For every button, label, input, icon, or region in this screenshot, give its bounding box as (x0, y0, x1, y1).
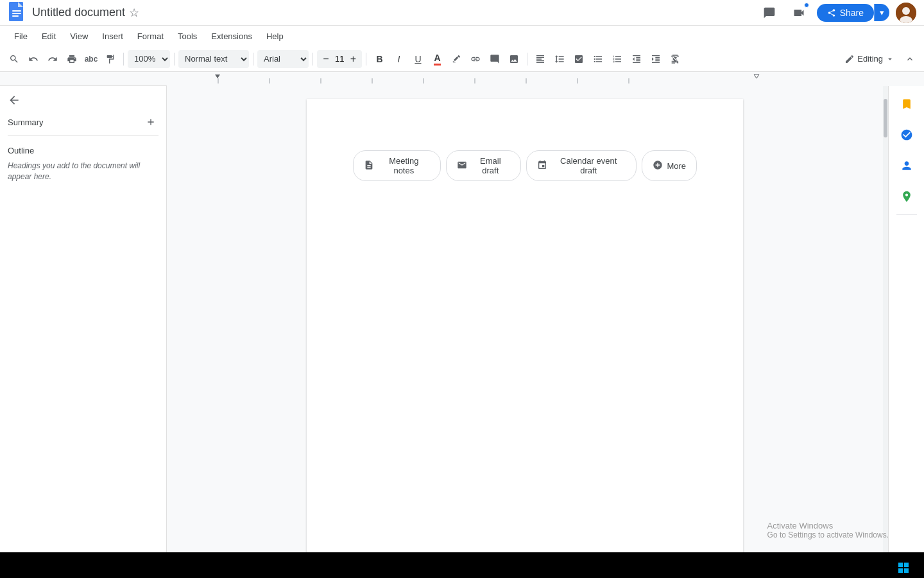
calendar-event-label: Calendar event draft (551, 156, 626, 175)
document-title[interactable]: Untitled document (32, 6, 125, 19)
ruler (0, 72, 924, 86)
font-size-decrease[interactable]: − (320, 50, 332, 68)
svg-rect-21 (904, 563, 909, 567)
italic-button[interactable]: I (389, 50, 407, 68)
comment-button[interactable] (486, 50, 504, 68)
windows-logo-icon (898, 563, 909, 573)
toolbar-sep-2 (174, 53, 175, 66)
meeting-notes-button[interactable]: Meeting notes (353, 150, 441, 181)
avatar[interactable] (896, 3, 916, 23)
title-bar: Untitled document ☆ Share ▾ (0, 0, 924, 26)
menu-bar: File Edit View Insert Format Tools Exten… (0, 26, 924, 46)
toolbar-sep-4 (312, 53, 313, 66)
calendar-event-button[interactable]: Calendar event draft (526, 150, 637, 181)
checklist-button[interactable] (570, 50, 588, 68)
increase-indent-button[interactable] (647, 50, 665, 68)
meeting-notes-label: Meeting notes (378, 156, 430, 175)
highlight-button[interactable] (447, 50, 465, 68)
right-panel: + (888, 86, 924, 578)
star-icon[interactable]: ☆ (129, 6, 139, 20)
font-size-value[interactable]: 11 (332, 54, 346, 64)
ai-suggestions: Meeting notes Email draft Calendar event… (353, 150, 697, 181)
align-button[interactable] (531, 50, 549, 68)
redo-button[interactable] (44, 50, 62, 68)
toolbar-sep-5 (366, 53, 366, 66)
email-draft-label: Email draft (471, 156, 510, 175)
toolbar: abc 100% 75% 125% Normal text Heading 1 … (0, 46, 924, 72)
menu-file[interactable]: File (8, 29, 34, 44)
menu-insert[interactable]: Insert (96, 29, 130, 44)
maps-icon-button[interactable] (894, 184, 920, 209)
ruler-inner (167, 72, 924, 86)
windows-activation: Activate Windows Go to Settings to activ… (767, 521, 889, 539)
summary-title: Summary (8, 118, 44, 127)
toolbar-sep-3 (253, 53, 253, 66)
collapse-toolbar-button[interactable] (901, 50, 919, 68)
svg-rect-23 (904, 568, 909, 573)
outline-hint: Headings you add to the document will ap… (8, 161, 158, 182)
menu-view[interactable]: View (64, 29, 94, 44)
paint-format-button[interactable] (101, 50, 119, 68)
undo-button[interactable] (24, 50, 42, 68)
numbered-list-button[interactable] (608, 50, 626, 68)
print-button[interactable] (63, 50, 81, 68)
tasks-icon-button[interactable] (894, 122, 920, 148)
email-draft-button[interactable]: Email draft (446, 150, 521, 181)
main-layout: Summary Outline Headings you add to the … (0, 86, 924, 578)
bold-button[interactable]: B (370, 50, 388, 68)
title-right-actions: Share ▾ (758, 1, 916, 24)
svg-rect-2 (12, 10, 21, 12)
calendar-event-icon (537, 160, 547, 172)
email-draft-icon (457, 160, 467, 172)
decrease-indent-button[interactable] (628, 50, 646, 68)
zoom-select[interactable]: 100% 75% 125% (128, 50, 170, 68)
right-panel-separator (896, 215, 917, 215)
bullet-list-button[interactable] (589, 50, 607, 68)
contacts-icon-button[interactable] (894, 153, 920, 179)
sidebar-back-button[interactable] (8, 94, 158, 107)
windows-activate-line1: Activate Windows (767, 521, 889, 530)
text-color-button[interactable]: A (428, 50, 446, 68)
document-page[interactable]: Meeting notes Email draft Calendar event… (307, 99, 743, 578)
spellcheck-button[interactable]: abc (82, 50, 100, 68)
font-size-increase[interactable]: + (346, 50, 359, 68)
search-button[interactable] (5, 50, 23, 68)
svg-rect-20 (898, 563, 903, 567)
document-area[interactable]: Meeting notes Email draft Calendar event… (167, 86, 883, 578)
menu-format[interactable]: Format (131, 29, 170, 44)
scrollbar-thumb[interactable] (884, 99, 887, 137)
font-size-control: − 11 + (317, 50, 362, 68)
editing-mode-label: Editing (857, 54, 883, 64)
link-button[interactable] (466, 50, 484, 68)
text-style-select[interactable]: Normal text Heading 1 Heading 2 (178, 50, 249, 68)
underline-button[interactable]: U (409, 50, 427, 68)
sidebar: Summary Outline Headings you add to the … (0, 86, 167, 578)
keep-icon-button[interactable] (894, 91, 920, 117)
editing-mode-button[interactable]: Editing (839, 53, 900, 66)
meeting-notes-icon (364, 160, 374, 172)
video-icon[interactable] (787, 1, 810, 24)
chat-icon[interactable] (758, 1, 781, 24)
clear-formatting-button[interactable] (666, 50, 684, 68)
doc-title-area: Untitled document ☆ (32, 6, 758, 20)
svg-point-6 (902, 7, 910, 15)
svg-rect-22 (898, 568, 903, 573)
more-button[interactable]: More (642, 150, 697, 181)
line-spacing-button[interactable] (551, 50, 569, 68)
image-button[interactable] (505, 50, 523, 68)
svg-rect-8 (167, 72, 924, 86)
menu-tools[interactable]: Tools (171, 29, 203, 44)
share-button[interactable]: Share (817, 4, 874, 22)
more-icon (653, 160, 663, 172)
summary-add-button[interactable] (143, 114, 158, 130)
menu-edit[interactable]: Edit (35, 29, 62, 44)
menu-help[interactable]: Help (260, 29, 290, 44)
font-select[interactable]: Arial Times New Roman (257, 50, 309, 68)
outline-title: Outline (8, 146, 158, 155)
scrollbar[interactable] (883, 86, 888, 578)
menu-extensions[interactable]: Extensions (205, 29, 259, 44)
svg-rect-4 (12, 15, 19, 17)
share-dropdown-button[interactable]: ▾ (874, 4, 889, 21)
windows-activate-line2: Go to Settings to activate Windows. (767, 530, 889, 539)
taskbar-right (898, 563, 914, 573)
